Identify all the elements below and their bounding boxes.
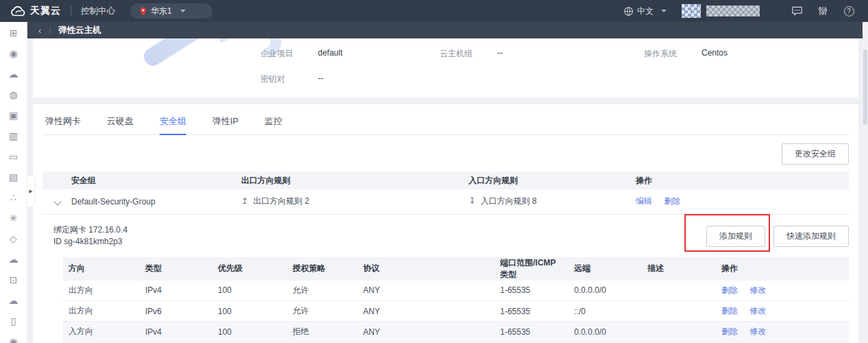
username-masked: [706, 5, 760, 16]
modify-link[interactable]: 修改: [749, 285, 766, 295]
field-os: 操作系统 Centos: [644, 48, 728, 60]
field-label: 操作系统: [644, 48, 685, 60]
cloud-service-icon[interactable]: ☁: [8, 69, 19, 80]
table-row: 出方向 IPv6 100 允许 ANY 1-65535 ::/0 删除 修改: [63, 301, 849, 322]
cell-policy: 允许: [287, 281, 358, 301]
settings-sliders-icon[interactable]: [816, 4, 830, 18]
cloud-share-icon[interactable]: ☁: [8, 295, 19, 307]
eye-icon[interactable]: ◉: [8, 336, 19, 343]
brand-name: 天翼云: [30, 5, 61, 17]
sidebar-expand-handle[interactable]: ▶: [27, 176, 34, 207]
delete-link[interactable]: 删除: [721, 285, 738, 295]
tab-monitoring[interactable]: 监控: [264, 115, 282, 134]
cell-remote: 0.0.0.0/0: [569, 281, 642, 301]
tab-cloud-disk[interactable]: 云硬盘: [107, 115, 134, 134]
col-description: 描述: [642, 257, 716, 281]
field-value: Centos: [702, 48, 728, 60]
brand-cloud-icon: [10, 6, 26, 16]
scrollbar-thumb[interactable]: [863, 49, 867, 125]
col-inbound-rules: 入口方向规则: [463, 172, 630, 189]
tab-elastic-nic[interactable]: 弹性网卡: [45, 115, 81, 134]
cube-icon[interactable]: ◇: [8, 233, 19, 245]
col-priority: 优先级: [212, 257, 287, 281]
sidebar: ⊞ ◉ ☁ ◍ ▣ ▥ ▭ ▤ ∴ ✳ ◇ ☁ ⊡ ☁ ▯ ◉ ≋: [0, 22, 27, 343]
storage-ring-icon[interactable]: ◍: [8, 89, 19, 101]
main-content: 企业项目 default 云主机组 -- 操作系统 Centos 密钥对 -- …: [33, 38, 858, 343]
delete-link[interactable]: 删除: [721, 306, 738, 316]
modify-link[interactable]: 修改: [749, 306, 766, 316]
security-group-name: Default-Security-Group: [66, 189, 236, 214]
field-enterprise-project: 企业项目 default: [260, 48, 440, 60]
brand-logo[interactable]: 天翼云: [10, 5, 61, 17]
field-label: 企业项目: [260, 48, 301, 60]
table-row: 入方向 IPv4 100 拒绝 ANY 1-65535 0.0.0.0/0 删除…: [63, 322, 849, 342]
billing-card-icon[interactable]: ▤: [8, 172, 19, 183]
cell-direction: 出方向: [63, 301, 140, 322]
region-selector[interactable]: 华东1: [130, 3, 212, 19]
outbound-upload-icon: ↥: [241, 196, 248, 206]
cell-remote: ::/0: [569, 301, 642, 322]
caret-down-icon: [661, 10, 667, 12]
package-icon[interactable]: ▣: [8, 110, 19, 121]
add-rule-button[interactable]: 添加规则: [706, 226, 765, 247]
field-value: default: [318, 48, 343, 60]
change-security-group-button[interactable]: 更改安全组: [782, 143, 849, 165]
outbound-rules-link[interactable]: 出口方向规则 2: [253, 196, 309, 206]
edit-link[interactable]: 编辑: [636, 196, 652, 206]
scrollbar[interactable]: [863, 22, 868, 343]
dashboard-grid-icon[interactable]: ⊞: [8, 27, 19, 39]
cloud-backup-icon[interactable]: ☁: [8, 254, 19, 265]
cell-port-range: 1-65535: [495, 281, 569, 301]
gear-sun-icon[interactable]: ✳: [8, 213, 19, 224]
col-port-range: 端口范围/ICMP类型: [495, 257, 569, 281]
modify-link[interactable]: 修改: [749, 327, 766, 336]
chat-bubble-icon[interactable]: ▭: [8, 151, 19, 163]
col-remote: 远端: [569, 257, 642, 281]
field-value: --: [318, 73, 323, 85]
message-icon[interactable]: [790, 4, 804, 18]
mobile-device-icon[interactable]: ▯: [8, 316, 19, 327]
language-selector[interactable]: 中文: [623, 5, 667, 17]
security-group-id: ID sg-4k81kmh2p3: [53, 236, 127, 248]
cell-policy: 拒绝: [287, 322, 358, 342]
overview-panel: 企业项目 default 云主机组 -- 操作系统 Centos 密钥对 --: [33, 38, 858, 97]
divider: [71, 6, 71, 16]
cell-priority: 100: [212, 301, 287, 322]
page-title: 弹性云主机: [58, 25, 101, 36]
control-center-link[interactable]: 控制中心: [81, 5, 115, 17]
table-header-row: 安全组 出口方向规则 入口方向规则 操作: [42, 172, 849, 189]
tab-elastic-ip[interactable]: 弹性IP: [212, 115, 238, 134]
inbound-download-icon: ↧: [469, 196, 475, 206]
table-row: 出方向 IPv4 100 允许 ANY 1-65535 0.0.0.0/0 删除…: [63, 281, 849, 301]
cell-remote: 0.0.0.0/0: [569, 322, 642, 342]
tab-security-group[interactable]: 安全组: [160, 115, 186, 134]
breadcrumb: ‹ 弹性云主机: [27, 22, 868, 38]
cell-direction: 出方向: [63, 281, 140, 301]
quick-add-rule-button[interactable]: 快速添加规则: [773, 226, 849, 247]
cell-description: [642, 301, 716, 322]
globe-icon: [623, 6, 634, 16]
scan-grid-icon[interactable]: ⊡: [8, 274, 19, 286]
cell-type: IPv6: [140, 301, 212, 322]
col-type: 类型: [140, 257, 212, 281]
tab-bar: 弹性网卡 云硬盘 安全组 弹性IP 监控: [42, 104, 849, 135]
cell-port-range: 1-65535: [495, 301, 569, 322]
col-security-group: 安全组: [66, 172, 236, 189]
field-server-group: 云主机组 --: [440, 48, 644, 60]
ecs-monitor-icon[interactable]: ◉: [8, 48, 19, 60]
cell-description: [642, 322, 716, 342]
delete-link[interactable]: 删除: [664, 196, 680, 206]
back-chevron[interactable]: ‹: [38, 25, 41, 36]
col-policy: 授权策略: [287, 257, 358, 281]
field-label: 云主机组: [440, 48, 481, 60]
bar-chart-icon[interactable]: ▥: [8, 130, 19, 142]
cluster-icon[interactable]: ∴: [8, 192, 19, 204]
detail-panel: 弹性网卡 云硬盘 安全组 弹性IP 监控 更改安全组 安全组 出口方向规则 入口…: [33, 104, 858, 343]
help-icon[interactable]: ?: [842, 4, 856, 18]
collapse-chevron-icon[interactable]: [53, 198, 61, 205]
rules-header-row: 方向 类型 优先级 授权策略 协议 端口范围/ICMP类型 远端 描述 操作: [63, 257, 849, 281]
field-keypair: 密钥对 --: [260, 73, 440, 85]
inbound-rules-link[interactable]: 入口方向规则 8: [480, 196, 536, 206]
delete-link[interactable]: 删除: [721, 327, 738, 336]
user-account-masked[interactable]: [682, 4, 760, 18]
